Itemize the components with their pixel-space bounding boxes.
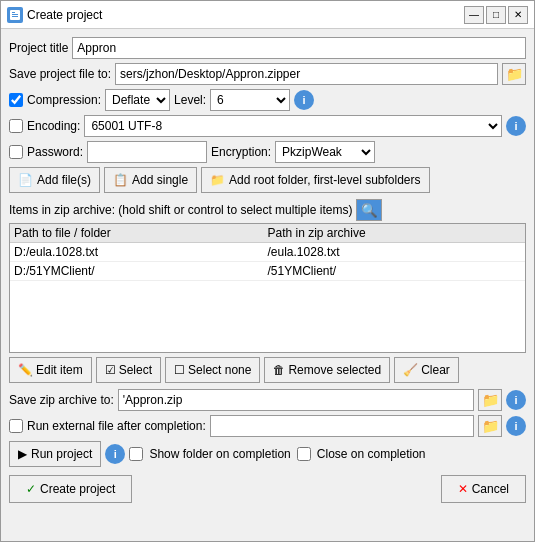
encoding-label: Encoding: [27, 119, 80, 133]
select-none-label: Select none [188, 363, 251, 377]
close-on-completion-checkbox[interactable] [297, 447, 311, 461]
svg-rect-3 [12, 12, 15, 13]
create-project-button[interactable]: ✓ Create project [9, 475, 132, 503]
save-zip-info-icon[interactable]: i [506, 390, 526, 410]
encoding-info-icon[interactable]: i [506, 116, 526, 136]
password-label: Password: [27, 145, 83, 159]
svg-rect-1 [12, 14, 18, 15]
svg-rect-2 [12, 16, 18, 17]
add-files-button[interactable]: 📄 Add file(s) [9, 167, 100, 193]
encoding-select[interactable]: 65001 UTF-8 [84, 115, 502, 137]
compression-row: Compression: Deflate Store BZip2 Level: … [9, 89, 526, 111]
save-file-input[interactable] [115, 63, 498, 85]
run-project-info-icon[interactable]: i [105, 444, 125, 464]
save-zip-row: Save zip archive to: 📁 i [9, 389, 526, 411]
cancel-icon: ✕ [458, 482, 468, 496]
file-path-1: D:/eula.1028.txt [14, 245, 268, 259]
remove-selected-button[interactable]: 🗑 Remove selected [264, 357, 390, 383]
window-icon [7, 7, 23, 23]
save-file-browse-button[interactable]: 📁 [502, 63, 526, 85]
add-single-button[interactable]: 📋 Add single [104, 167, 197, 193]
password-input[interactable] [87, 141, 207, 163]
compression-label: Compression: [27, 93, 101, 107]
close-button[interactable]: ✕ [508, 6, 528, 24]
add-single-label: Add single [132, 173, 188, 187]
list-col1-header: Path to file / folder [14, 226, 268, 240]
zip-items-list[interactable]: Path to file / folder Path in zip archiv… [9, 223, 526, 353]
project-title-row: Project title [9, 37, 526, 59]
run-project-label: Run project [31, 447, 92, 461]
add-root-button[interactable]: 📁 Add root folder, first-level subfolder… [201, 167, 429, 193]
content-area: Project title Save project file to: 📁 Co… [1, 29, 534, 511]
save-file-row: Save project file to: 📁 [9, 63, 526, 85]
run-external-input[interactable] [210, 415, 474, 437]
compression-checkbox[interactable] [9, 93, 23, 107]
action-buttons-row: 📄 Add file(s) 📋 Add single 📁 Add root fo… [9, 167, 526, 193]
list-label-row: Items in zip archive: (hold shift or con… [9, 199, 526, 221]
list-header: Path to file / folder Path in zip archiv… [10, 224, 525, 243]
show-folder-label: Show folder on completion [149, 447, 290, 461]
table-row[interactable]: D:/51YMClient/ /51YMClient/ [10, 262, 525, 281]
list-col2-header: Path in zip archive [268, 226, 522, 240]
save-file-label: Save project file to: [9, 67, 111, 81]
select-none-icon: ☐ [174, 363, 185, 377]
add-root-label: Add root folder, first-level subfolders [229, 173, 420, 187]
file-path-2: D:/51YMClient/ [14, 264, 268, 278]
zip-path-2: /51YMClient/ [268, 264, 522, 278]
select-label: Select [119, 363, 152, 377]
create-project-icon: ✓ [26, 482, 36, 496]
clear-label: Clear [421, 363, 450, 377]
run-external-browse-button[interactable]: 📁 [478, 415, 502, 437]
clear-icon: 🧹 [403, 363, 418, 377]
window-controls: — □ ✕ [464, 6, 528, 24]
show-options-row: Show folder on completion Close on compl… [129, 447, 526, 461]
list-label-text: Items in zip archive: (hold shift or con… [9, 203, 352, 217]
select-button[interactable]: ☑ Select [96, 357, 161, 383]
cancel-button[interactable]: ✕ Cancel [441, 475, 526, 503]
remove-selected-icon: 🗑 [273, 363, 285, 377]
save-zip-browse-button[interactable]: 📁 [478, 389, 502, 411]
select-icon: ☑ [105, 363, 116, 377]
title-bar: Create project — □ ✕ [1, 1, 534, 29]
cancel-label: Cancel [472, 482, 509, 496]
show-folder-checkbox[interactable] [129, 447, 143, 461]
project-title-input[interactable] [72, 37, 526, 59]
table-row[interactable]: D:/eula.1028.txt /eula.1028.txt [10, 243, 525, 262]
run-external-label: Run external file after completion: [27, 419, 206, 433]
run-project-button[interactable]: ▶ Run project [9, 441, 101, 467]
create-project-label: Create project [40, 482, 115, 496]
maximize-button[interactable]: □ [486, 6, 506, 24]
run-project-row: ▶ Run project i Show folder on completio… [9, 441, 526, 467]
edit-item-icon: ✏️ [18, 363, 33, 377]
search-button[interactable]: 🔍 [356, 199, 382, 221]
compression-level-select[interactable]: 6 1 9 [210, 89, 290, 111]
add-single-icon: 📋 [113, 173, 128, 187]
password-checkbox[interactable] [9, 145, 23, 159]
encoding-checkbox[interactable] [9, 119, 23, 133]
clear-button[interactable]: 🧹 Clear [394, 357, 459, 383]
window-title: Create project [27, 8, 460, 22]
password-row: Password: Encryption: PkzipWeak AES-128 … [9, 141, 526, 163]
main-window: Create project — □ ✕ Project title Save … [0, 0, 535, 542]
select-none-button[interactable]: ☐ Select none [165, 357, 260, 383]
encryption-select[interactable]: PkzipWeak AES-128 AES-256 [275, 141, 375, 163]
save-zip-label: Save zip archive to: [9, 393, 114, 407]
save-zip-input[interactable] [118, 389, 474, 411]
bottom-buttons-row: ✏️ Edit item ☑ Select ☐ Select none 🗑 Re… [9, 357, 526, 383]
edit-item-button[interactable]: ✏️ Edit item [9, 357, 92, 383]
run-external-checkbox[interactable] [9, 419, 23, 433]
encoding-row: Encoding: 65001 UTF-8 i [9, 115, 526, 137]
add-files-icon: 📄 [18, 173, 33, 187]
create-cancel-row: ✓ Create project ✕ Cancel [9, 471, 526, 503]
run-project-icon: ▶ [18, 447, 27, 461]
add-root-icon: 📁 [210, 173, 225, 187]
run-external-info-icon[interactable]: i [506, 416, 526, 436]
compression-info-icon[interactable]: i [294, 90, 314, 110]
close-on-completion-label: Close on completion [317, 447, 426, 461]
compression-method-select[interactable]: Deflate Store BZip2 [105, 89, 170, 111]
edit-item-label: Edit item [36, 363, 83, 377]
remove-selected-label: Remove selected [288, 363, 381, 377]
project-title-label: Project title [9, 41, 68, 55]
minimize-button[interactable]: — [464, 6, 484, 24]
run-external-row: Run external file after completion: 📁 i [9, 415, 526, 437]
